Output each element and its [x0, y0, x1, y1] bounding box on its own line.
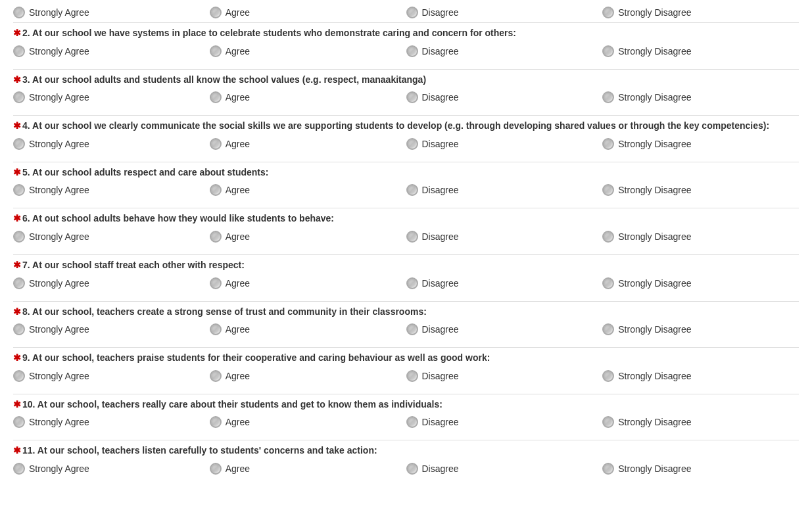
q3-radio-agree[interactable] [210, 91, 222, 103]
q1-radio-agree[interactable] [210, 7, 222, 18]
q6-radio-disagree[interactable] [406, 231, 418, 243]
q10-radio-agree[interactable] [210, 416, 222, 428]
q8-option-strongly_agree[interactable]: Strongly Agree [13, 323, 210, 335]
q8-radio-strongly_disagree[interactable] [602, 323, 614, 335]
q2-radio-disagree[interactable] [406, 45, 418, 57]
divider-8 [13, 301, 799, 302]
q11-label-strongly_disagree: Strongly Disagree [618, 463, 691, 474]
q11-radio-agree[interactable] [210, 463, 222, 475]
q10-radio-strongly_agree[interactable] [13, 416, 25, 428]
q8-option-agree[interactable]: Agree [210, 323, 406, 335]
q5-option-agree[interactable]: Agree [210, 184, 406, 196]
question-7-options: Strongly AgreeAgreeDisagreeStrongly Disa… [13, 277, 799, 289]
q4-radio-strongly_agree[interactable] [13, 138, 25, 150]
q2-option-strongly_disagree[interactable]: Strongly Disagree [602, 45, 799, 57]
q1-option-strongly_agree[interactable]: Strongly Agree [13, 7, 210, 18]
q2-option-disagree[interactable]: Disagree [406, 45, 603, 57]
q9-radio-strongly_disagree[interactable] [602, 370, 614, 382]
q7-radio-strongly_disagree[interactable] [602, 277, 614, 289]
q3-label-disagree: Disagree [422, 92, 459, 103]
q3-radio-strongly_disagree[interactable] [602, 91, 614, 103]
divider-4 [13, 115, 799, 116]
q6-option-strongly_disagree[interactable]: Strongly Disagree [602, 231, 799, 243]
q7-option-strongly_disagree[interactable]: Strongly Disagree [602, 277, 799, 289]
q10-radio-disagree[interactable] [406, 416, 418, 428]
q6-radio-agree[interactable] [210, 231, 222, 243]
q3-option-strongly_disagree[interactable]: Strongly Disagree [602, 91, 799, 103]
q3-radio-disagree[interactable] [406, 91, 418, 103]
q8-radio-strongly_agree[interactable] [13, 323, 25, 335]
q11-radio-strongly_disagree[interactable] [602, 463, 614, 475]
q6-option-disagree[interactable]: Disagree [406, 231, 603, 243]
q5-option-strongly_agree[interactable]: Strongly Agree [13, 184, 210, 196]
q8-radio-disagree[interactable] [406, 323, 418, 335]
q2-option-strongly_agree[interactable]: Strongly Agree [13, 45, 210, 57]
q5-option-strongly_disagree[interactable]: Strongly Disagree [602, 184, 799, 196]
q3-option-strongly_agree[interactable]: Strongly Agree [13, 91, 210, 103]
question-label-10: ✱10. At our school, teachers really care… [13, 398, 799, 412]
q4-radio-disagree[interactable] [406, 138, 418, 150]
q1-label-disagree: Disagree [422, 7, 459, 18]
q1-option-disagree[interactable]: Disagree [406, 7, 603, 18]
q1-radio-disagree[interactable] [406, 7, 418, 18]
q5-radio-disagree[interactable] [406, 184, 418, 196]
q1-radio-strongly_disagree[interactable] [602, 7, 614, 18]
q7-radio-agree[interactable] [210, 277, 222, 289]
q9-option-agree[interactable]: Agree [210, 370, 406, 382]
q5-radio-agree[interactable] [210, 184, 222, 196]
q4-option-agree[interactable]: Agree [210, 138, 406, 150]
q7-option-agree[interactable]: Agree [210, 277, 406, 289]
q4-option-strongly_disagree[interactable]: Strongly Disagree [602, 138, 799, 150]
q10-option-strongly_agree[interactable]: Strongly Agree [13, 416, 210, 428]
divider-11 [13, 440, 799, 440]
q6-radio-strongly_agree[interactable] [13, 231, 25, 243]
q7-radio-strongly_agree[interactable] [13, 277, 25, 289]
q11-radio-strongly_agree[interactable] [13, 463, 25, 475]
q7-radio-disagree[interactable] [406, 277, 418, 289]
q1-radio-strongly_agree[interactable] [13, 7, 25, 18]
question-3-options: Strongly AgreeAgreeDisagreeStrongly Disa… [13, 91, 799, 103]
q2-radio-strongly_disagree[interactable] [602, 45, 614, 57]
q10-option-strongly_disagree[interactable]: Strongly Disagree [602, 416, 799, 428]
q2-radio-strongly_agree[interactable] [13, 45, 25, 57]
q8-option-disagree[interactable]: Disagree [406, 323, 603, 335]
q4-radio-agree[interactable] [210, 138, 222, 150]
q1-option-agree[interactable]: Agree [210, 7, 406, 18]
q11-option-strongly_disagree[interactable]: Strongly Disagree [602, 463, 799, 475]
q9-option-disagree[interactable]: Disagree [406, 370, 603, 382]
q2-radio-agree[interactable] [210, 45, 222, 57]
q11-option-disagree[interactable]: Disagree [406, 463, 603, 475]
q9-radio-strongly_agree[interactable] [13, 370, 25, 382]
q4-option-disagree[interactable]: Disagree [406, 138, 603, 150]
q7-option-strongly_agree[interactable]: Strongly Agree [13, 277, 210, 289]
q4-option-strongly_agree[interactable]: Strongly Agree [13, 138, 210, 150]
q7-option-disagree[interactable]: Disagree [406, 277, 603, 289]
q6-option-agree[interactable]: Agree [210, 231, 406, 243]
q5-radio-strongly_disagree[interactable] [602, 184, 614, 196]
asterisk-4: ✱ [13, 120, 21, 131]
q2-option-agree[interactable]: Agree [210, 45, 406, 57]
q10-option-agree[interactable]: Agree [210, 416, 406, 428]
q6-radio-strongly_disagree[interactable] [602, 231, 614, 243]
q5-radio-strongly_agree[interactable] [13, 184, 25, 196]
q3-radio-strongly_agree[interactable] [13, 91, 25, 103]
q8-radio-agree[interactable] [210, 323, 222, 335]
q4-label-agree: Agree [226, 139, 250, 149]
q9-option-strongly_disagree[interactable]: Strongly Disagree [602, 370, 799, 382]
q11-radio-disagree[interactable] [406, 463, 418, 475]
q5-option-disagree[interactable]: Disagree [406, 184, 603, 196]
q11-option-strongly_agree[interactable]: Strongly Agree [13, 463, 210, 475]
q3-option-disagree[interactable]: Disagree [406, 91, 603, 103]
q1-option-strongly_disagree[interactable]: Strongly Disagree [602, 7, 799, 18]
q11-option-agree[interactable]: Agree [210, 463, 406, 475]
q4-radio-strongly_disagree[interactable] [602, 138, 614, 150]
q9-radio-disagree[interactable] [406, 370, 418, 382]
q10-radio-strongly_disagree[interactable] [602, 416, 614, 428]
q6-option-strongly_agree[interactable]: Strongly Agree [13, 231, 210, 243]
q9-option-strongly_agree[interactable]: Strongly Agree [13, 370, 210, 382]
q9-radio-agree[interactable] [210, 370, 222, 382]
q10-option-disagree[interactable]: Disagree [406, 416, 603, 428]
q11-label-strongly_agree: Strongly Agree [29, 463, 89, 474]
q8-option-strongly_disagree[interactable]: Strongly Disagree [602, 323, 799, 335]
q3-option-agree[interactable]: Agree [210, 91, 406, 103]
